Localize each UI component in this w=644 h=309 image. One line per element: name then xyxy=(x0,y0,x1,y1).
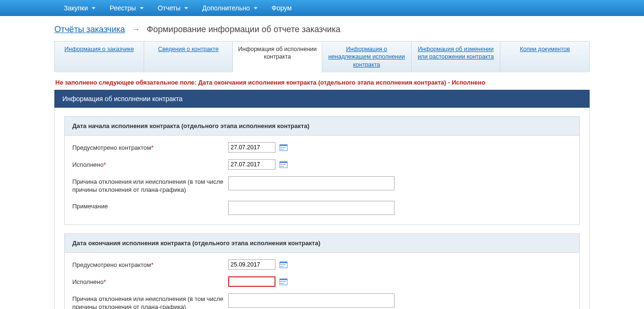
breadcrumb-root-link[interactable]: Отчёты заказчика xyxy=(54,25,125,34)
label-start-reason: Причина отклонения или неисполнения (в т… xyxy=(72,176,228,194)
chevron-down-icon xyxy=(140,7,144,9)
chevron-down-icon xyxy=(254,7,258,9)
panel-title: Информация об исполнении контракта xyxy=(54,90,590,108)
svg-rect-6 xyxy=(283,149,283,150)
svg-rect-13 xyxy=(283,166,283,167)
svg-rect-10 xyxy=(283,164,283,165)
calendar-icon[interactable] xyxy=(279,260,288,269)
input-end-planned[interactable] xyxy=(228,259,275,270)
svg-rect-9 xyxy=(281,164,282,165)
svg-rect-20 xyxy=(283,266,283,267)
svg-rect-2 xyxy=(281,147,282,148)
svg-rect-3 xyxy=(283,147,283,148)
section-title-start: Дата начала исполнения контракта (отдель… xyxy=(64,116,580,136)
calendar-icon[interactable] xyxy=(279,160,288,169)
tab-customer-info[interactable]: Информация о заказчике xyxy=(55,42,144,72)
label-end-planned: Предусмотрено контрактом* xyxy=(72,259,228,269)
section-title-end: Дата окончания исполнения контракта (отд… xyxy=(64,233,580,253)
label-end-reason: Причина отклонения или неисполнения (в т… xyxy=(72,293,228,309)
form-start: Предусмотрено контрактом* Исполнено* При… xyxy=(64,136,580,225)
input-end-done[interactable] xyxy=(228,276,275,287)
svg-rect-23 xyxy=(281,281,282,282)
label-start-done: Исполнено* xyxy=(72,159,228,169)
svg-rect-19 xyxy=(281,266,282,267)
svg-rect-24 xyxy=(283,281,283,282)
top-nav: Закупки Реестры Отчеты Дополнительно Фор… xyxy=(0,0,644,16)
svg-rect-18 xyxy=(284,264,285,265)
tab-improper-execution[interactable]: Информация о ненадлежащем исполнении кон… xyxy=(322,42,412,72)
label-end-done: Исполнено* xyxy=(72,276,228,286)
breadcrumb-current: Формирование информации об отчете заказч… xyxy=(147,25,341,34)
nav-item-forum[interactable]: Форум xyxy=(272,4,292,12)
svg-rect-11 xyxy=(284,164,285,165)
panel-body: Дата начала исполнения контракта (отдель… xyxy=(54,108,590,309)
tab-execution-info[interactable]: Информация об исполнении контракта xyxy=(233,42,322,72)
tab-bar: Информация о заказчике Сведения о контра… xyxy=(54,41,590,72)
svg-rect-4 xyxy=(284,147,285,148)
svg-rect-22 xyxy=(280,279,287,280)
svg-rect-16 xyxy=(281,264,282,265)
svg-rect-25 xyxy=(284,281,285,282)
textarea-end-reason[interactable] xyxy=(228,293,395,308)
nav-item-purchases[interactable]: Закупки xyxy=(64,4,95,12)
tab-change-termination[interactable]: Информация об изменении или расторжении … xyxy=(412,42,501,72)
nav-item-reports[interactable]: Отчеты xyxy=(158,4,188,12)
svg-rect-26 xyxy=(281,283,282,284)
label-start-planned: Предусмотрено контрактом* xyxy=(72,142,228,152)
svg-rect-8 xyxy=(280,162,287,163)
form-end: Предусмотрено контрактом* Исполнено* При… xyxy=(64,253,580,309)
textarea-start-reason[interactable] xyxy=(228,176,395,190)
calendar-icon[interactable] xyxy=(279,143,288,152)
input-start-planned[interactable] xyxy=(228,142,275,153)
arrow-right-icon: → xyxy=(132,25,140,34)
label-start-note: Примечание xyxy=(72,201,228,211)
svg-rect-1 xyxy=(280,145,287,146)
nav-item-registries[interactable]: Реестры xyxy=(110,4,144,12)
textarea-start-note[interactable] xyxy=(228,201,395,215)
calendar-icon[interactable] xyxy=(279,277,288,286)
nav-item-additional[interactable]: Дополнительно xyxy=(202,4,258,12)
input-start-done[interactable] xyxy=(228,159,275,170)
chevron-down-icon xyxy=(92,7,95,9)
tab-contract-details[interactable]: Сведения о контракте xyxy=(144,42,233,72)
svg-rect-5 xyxy=(281,149,282,150)
svg-rect-12 xyxy=(281,166,282,167)
svg-rect-27 xyxy=(283,283,283,284)
validation-error: Не заполнено следующее обязательное поле… xyxy=(54,72,590,90)
svg-rect-15 xyxy=(280,262,287,263)
svg-rect-17 xyxy=(283,264,283,265)
breadcrumb: Отчёты заказчика → Формирование информац… xyxy=(54,16,590,41)
tab-document-copies[interactable]: Копии документов xyxy=(500,42,589,72)
chevron-down-icon xyxy=(184,7,188,9)
